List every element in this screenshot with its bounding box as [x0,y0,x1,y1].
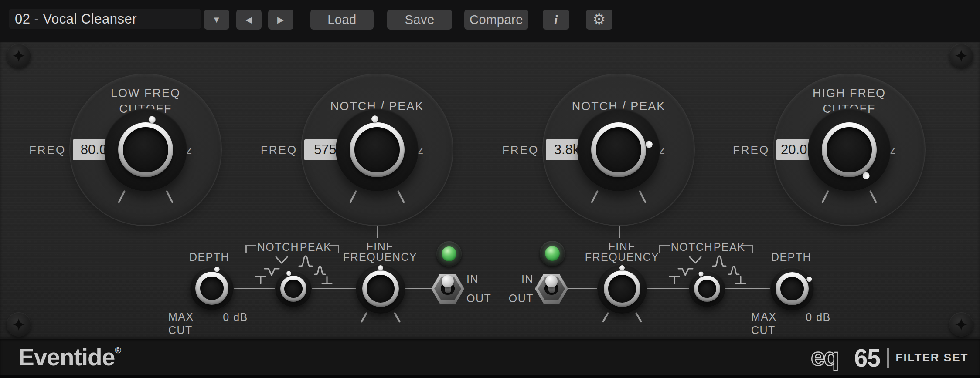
arrow-left-icon: ◀ [245,15,252,24]
fine-frequency-label: FINE FREQUENCY [337,241,424,262]
max-cut-label: MAX CUT [751,310,803,337]
eventide-logo: Eventide® [18,343,121,371]
knob-center [284,280,303,298]
knob-pointer-dot [619,265,625,270]
model-number: 65 [854,343,880,372]
notch-peak-selector-left-ring[interactable] [280,276,306,302]
max-cut-label: MAX CUT [168,310,221,337]
bottom-edge [0,375,980,378]
fine-frequency-knob-right-ring[interactable] [604,270,640,307]
knob-center [780,277,804,300]
screw-icon [949,44,973,68]
fine-frequency-label: FINE FREQUENCY [578,241,666,262]
notch-peak-selector-right-ring[interactable] [694,276,720,302]
led-on-indicator [545,246,560,261]
depth-knob-left-ring[interactable] [195,272,228,305]
plugin-window: 02 - Vocal Cleanser ▼ ◀ ▶ Load Save Comp… [0,0,980,378]
notch-peak-1-knob-ring[interactable] [350,122,405,177]
in-out-switch-left[interactable] [431,274,464,304]
chevron-down-icon: ▼ [212,15,221,24]
in-label: IN [494,273,534,286]
connector-line [568,288,597,289]
freq-label: FREQ [727,144,775,155]
knob-center [354,127,400,172]
switch-lever-ball[interactable] [545,275,558,287]
knob-center [698,280,716,298]
toolbar: 02 - Vocal Cleanser ▼ ◀ ▶ Load Save Comp… [0,0,980,42]
switch-lever-ball[interactable] [442,275,454,287]
zero-db-label: 0 dB [799,311,838,324]
gear-icon: ⚙ [592,11,606,27]
preset-dropdown-button[interactable]: ▼ [204,10,229,30]
load-button[interactable]: Load [310,10,374,30]
in-out-switch-right[interactable] [535,274,568,304]
knob-center [123,127,168,172]
product-name: FILTER SET [896,351,969,364]
low-cutoff-knob-ring[interactable] [118,122,173,177]
freq-label: FREQ [497,144,544,155]
knob-pointer-dot [378,265,383,270]
prev-preset-button[interactable]: ◀ [236,10,262,30]
bypass-led-right [540,241,565,266]
next-preset-button[interactable]: ▶ [268,10,293,30]
zero-db-label: 0 dB [216,311,255,324]
depth-label: DEPTH [166,251,253,263]
registered-trademark-icon: ® [115,345,121,355]
knob-center [200,277,224,300]
depth-knob-right-ring[interactable] [776,272,809,305]
arrow-right-icon: ▶ [277,15,284,24]
knob-center [608,275,636,303]
connector-line [312,288,356,289]
knob-center [827,127,872,172]
notch-peak-2-knob-ring[interactable] [591,122,646,177]
depth-label: DEPTH [748,251,835,263]
preset-name-field[interactable]: 02 - Vocal Cleanser [9,9,201,29]
settings-button[interactable]: ⚙ [586,10,612,30]
fine-frequency-knob-left-ring[interactable] [362,270,399,307]
eq-outline-logo: eq [810,344,854,371]
product-badge: eq 65 FILTER SET [810,344,968,371]
badge-divider [887,348,889,368]
svg-text:eq: eq [811,344,838,371]
compare-button[interactable]: Compare [464,10,528,30]
save-button[interactable]: Save [387,10,452,30]
info-icon: i [554,12,558,27]
knob-center [367,275,395,303]
connector-line [234,288,275,289]
freq-label: FREQ [24,144,71,155]
knob-center [596,127,641,172]
screw-icon [7,312,31,337]
screw-icon [949,312,973,337]
info-button[interactable]: i [543,10,569,30]
led-on-indicator [442,246,456,261]
screw-icon [7,44,31,68]
high-cutoff-knob-ring[interactable] [822,122,877,177]
out-label: OUT [494,292,534,305]
connector-line [405,288,432,289]
connector-line [647,288,689,289]
freq-label: FREQ [255,144,303,155]
connector-line [725,288,770,289]
bypass-led-left [436,241,462,267]
